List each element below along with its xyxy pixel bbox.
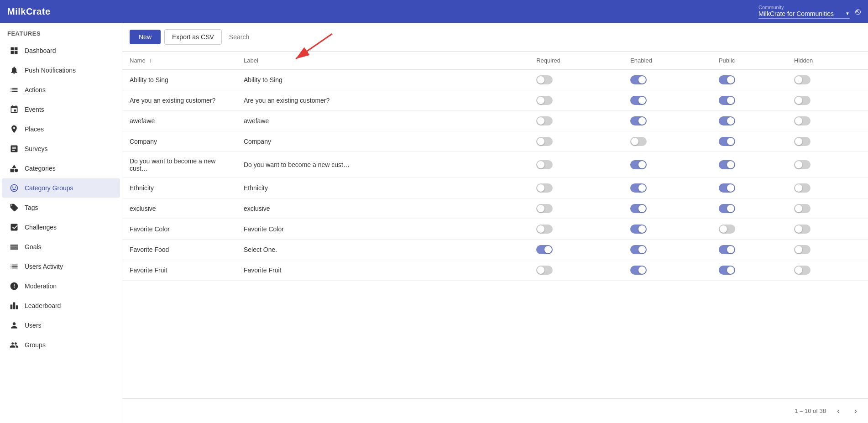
toggle-on[interactable]: [630, 245, 647, 254]
toggle-on[interactable]: [719, 245, 735, 254]
cell-hidden[interactable]: [787, 111, 868, 131]
table-row[interactable]: Favorite Color Favorite Color: [122, 219, 868, 240]
table-row[interactable]: Ethnicity Ethnicity: [122, 178, 868, 198]
toggle-off[interactable]: [794, 137, 810, 146]
toggle-on[interactable]: [719, 75, 735, 84]
cell-required[interactable]: [529, 90, 623, 111]
toggle-off[interactable]: [794, 183, 810, 193]
new-button[interactable]: New: [130, 30, 161, 44]
cell-required[interactable]: [529, 240, 623, 260]
cell-hidden[interactable]: [787, 90, 868, 111]
next-page-button[interactable]: ›: [851, 404, 861, 418]
cell-public[interactable]: [711, 111, 787, 131]
cell-enabled[interactable]: [623, 240, 711, 260]
sidebar-item-tags[interactable]: Tags: [2, 198, 120, 217]
cell-hidden[interactable]: [787, 152, 868, 178]
table-row[interactable]: Company Company: [122, 131, 868, 152]
toggle-on[interactable]: [630, 160, 647, 169]
sidebar-item-users-activity[interactable]: Users Activity: [2, 257, 120, 276]
toggle-on[interactable]: [719, 137, 735, 146]
cell-hidden[interactable]: [787, 178, 868, 198]
toggle-on[interactable]: [630, 96, 647, 105]
toggle-on[interactable]: [630, 204, 647, 213]
toggle-on[interactable]: [630, 266, 647, 275]
cell-public[interactable]: [711, 219, 787, 240]
toggle-on[interactable]: [630, 75, 647, 84]
table-row[interactable]: Favorite Fruit Favorite Fruit: [122, 260, 868, 281]
table-row[interactable]: Favorite Food Select One.: [122, 240, 868, 260]
cell-enabled[interactable]: [623, 219, 711, 240]
cell-hidden[interactable]: [787, 219, 868, 240]
sidebar-item-push-notifications[interactable]: Push Notifications: [2, 61, 120, 80]
toggle-on[interactable]: [719, 96, 735, 105]
sidebar-item-groups[interactable]: Groups: [2, 335, 120, 355]
toggle-off[interactable]: [536, 96, 553, 105]
col-name[interactable]: Name ↑: [122, 52, 236, 70]
toggle-on[interactable]: [719, 183, 735, 193]
toggle-off[interactable]: [536, 183, 553, 193]
sidebar-item-actions[interactable]: Actions: [2, 80, 120, 99]
toggle-on[interactable]: [719, 116, 735, 125]
cell-required[interactable]: [529, 260, 623, 281]
sidebar-item-places[interactable]: Places: [2, 120, 120, 139]
cell-enabled[interactable]: [623, 131, 711, 152]
cell-enabled[interactable]: [623, 90, 711, 111]
toggle-on[interactable]: [630, 225, 647, 234]
export-csv-button[interactable]: Export as CSV: [164, 29, 222, 45]
cell-required[interactable]: [529, 198, 623, 219]
cell-enabled[interactable]: [623, 178, 711, 198]
toggle-off[interactable]: [719, 225, 735, 234]
search-input[interactable]: [225, 30, 861, 44]
toggle-off[interactable]: [794, 96, 810, 105]
toggle-on[interactable]: [719, 266, 735, 275]
cell-required[interactable]: [529, 111, 623, 131]
community-dropdown[interactable]: MilkCrate for Communities ▼: [758, 10, 850, 19]
toggle-off[interactable]: [536, 137, 553, 146]
toggle-off[interactable]: [536, 75, 553, 84]
toggle-on[interactable]: [536, 245, 553, 254]
cell-public[interactable]: [711, 198, 787, 219]
toggle-off[interactable]: [794, 204, 810, 213]
sidebar-item-category-groups[interactable]: Category Groups: [2, 178, 120, 198]
toggle-on[interactable]: [719, 204, 735, 213]
cell-public[interactable]: [711, 260, 787, 281]
table-row[interactable]: exclusive exclusive: [122, 198, 868, 219]
cell-public[interactable]: [711, 240, 787, 260]
toggle-off[interactable]: [536, 160, 553, 169]
cell-required[interactable]: [529, 152, 623, 178]
sidebar-item-goals[interactable]: Goals: [2, 237, 120, 256]
cell-hidden[interactable]: [787, 198, 868, 219]
toggle-off[interactable]: [536, 225, 553, 234]
cell-public[interactable]: [711, 131, 787, 152]
sidebar-item-challenges[interactable]: Challenges: [2, 218, 120, 237]
table-row[interactable]: Are you an existing customer? Are you an…: [122, 90, 868, 111]
cell-required[interactable]: [529, 131, 623, 152]
sidebar-item-categories[interactable]: Categories: [2, 159, 120, 178]
cell-enabled[interactable]: [623, 70, 711, 90]
sidebar-item-events[interactable]: Events: [2, 100, 120, 119]
sidebar-item-users[interactable]: Users: [2, 316, 120, 335]
toggle-off[interactable]: [536, 266, 553, 275]
cell-hidden[interactable]: [787, 131, 868, 152]
cell-required[interactable]: [529, 70, 623, 90]
community-selector[interactable]: Community MilkCrate for Communities ▼: [758, 5, 850, 19]
toggle-on[interactable]: [719, 160, 735, 169]
toggle-off[interactable]: [536, 116, 553, 125]
toggle-off[interactable]: [794, 266, 810, 275]
cell-enabled[interactable]: [623, 260, 711, 281]
cell-public[interactable]: [711, 70, 787, 90]
cell-enabled[interactable]: [623, 198, 711, 219]
sidebar-item-moderation[interactable]: Moderation: [2, 277, 120, 296]
toggle-off[interactable]: [794, 75, 810, 84]
cell-hidden[interactable]: [787, 70, 868, 90]
toggle-on[interactable]: [630, 116, 647, 125]
cell-hidden[interactable]: [787, 260, 868, 281]
cell-required[interactable]: [529, 219, 623, 240]
cell-enabled[interactable]: [623, 152, 711, 178]
cell-required[interactable]: [529, 178, 623, 198]
sidebar-item-leaderboard[interactable]: Leaderboard: [2, 296, 120, 315]
toggle-off[interactable]: [794, 116, 810, 125]
toggle-off[interactable]: [630, 137, 647, 146]
toggle-off[interactable]: [794, 225, 810, 234]
cell-public[interactable]: [711, 178, 787, 198]
